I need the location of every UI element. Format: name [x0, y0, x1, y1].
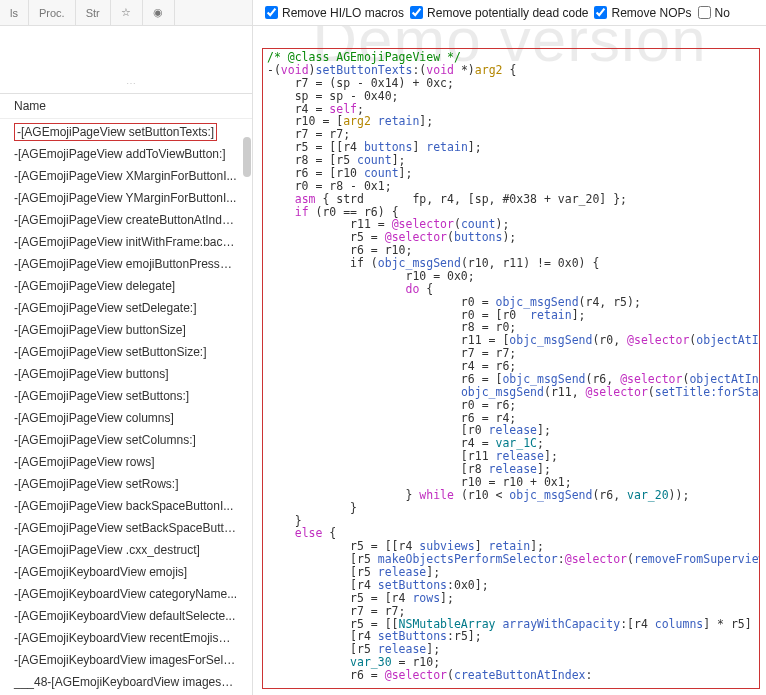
checkbox-dead-label: Remove potentially dead code [427, 6, 588, 20]
list-item[interactable]: -[AGEmojiPageView backSpaceButtonI... [0, 493, 252, 515]
checkbox-no-input[interactable] [698, 6, 711, 19]
list-item-label: -[AGEmojiPageView setButtons:] [14, 389, 189, 403]
list-item[interactable]: -[AGEmojiKeyboardView recentEmojisM... [0, 625, 252, 647]
list-item-label: -[AGEmojiPageView setBackSpaceButto... [14, 521, 241, 535]
pseudocode-box[interactable]: /* @class AGEmojiPageView */ -(void)setB… [262, 48, 760, 689]
tab-ls[interactable]: ls [0, 0, 29, 25]
options-bar: Remove HI/LO macros Remove potentially d… [253, 0, 766, 25]
list-item-label: -[AGEmojiPageView setButtonSize:] [14, 345, 207, 359]
list-item-label: -[AGEmojiKeyboardView categoryName... [14, 587, 237, 601]
list-item[interactable]: -[AGEmojiPageView setButtonSize:] [0, 339, 252, 361]
list-item-label: -[AGEmojiPageView delegate] [14, 279, 175, 293]
list-item[interactable]: -[AGEmojiKeyboardView categoryName... [0, 581, 252, 603]
list-item[interactable]: -[AGEmojiPageView YMarginForButtonI... [0, 185, 252, 207]
list-item-label: -[AGEmojiPageView columns] [14, 411, 174, 425]
checkbox-hilo-label: Remove HI/LO macros [282, 6, 404, 20]
list-item-label: -[AGEmojiKeyboardView emojis] [14, 565, 187, 579]
list-item-label: -[AGEmojiPageView setDelegate:] [14, 301, 197, 315]
list-item[interactable]: -[AGEmojiPageView XMarginForButtonI... [0, 163, 252, 185]
list-item[interactable]: -[AGEmojiPageView rows] [0, 449, 252, 471]
procedure-list[interactable]: -[AGEmojiPageView setButtonTexts:]-[AGEm… [0, 119, 252, 695]
tab-sun[interactable]: ◉ [143, 0, 175, 25]
list-item[interactable]: ___48-[AGEmojiKeyboardView imagesFo... [0, 669, 252, 691]
list-item[interactable]: -[AGEmojiPageView columns] [0, 405, 252, 427]
sidebar-header[interactable]: Name [0, 94, 252, 119]
list-item[interactable]: -[AGEmojiPageView setDelegate:] [0, 295, 252, 317]
checkbox-hilo-input[interactable] [265, 6, 278, 19]
scrollbar-thumb[interactable] [243, 137, 251, 177]
star-icon: ☆ [121, 6, 131, 19]
list-item-label: -[AGEmojiPageView initWithFrame:back... [14, 235, 239, 249]
pseudocode[interactable]: /* @class AGEmojiPageView */ -(void)setB… [263, 49, 759, 684]
checkbox-nops-input[interactable] [594, 6, 607, 19]
tab-str[interactable]: Str [76, 0, 111, 25]
list-item-label: -[AGEmojiKeyboardView recentEmojisM... [14, 631, 239, 645]
ellipsis-icon: ⋯ [126, 78, 136, 89]
list-item[interactable]: -[AGEmojiPageView setBackSpaceButto... [0, 515, 252, 537]
sidebar: ⋯ Name -[AGEmojiPageView setButtonTexts:… [0, 26, 253, 695]
list-item[interactable]: -[AGEmojiPageView setButtonTexts:] [0, 119, 252, 141]
list-item[interactable]: -[AGEmojiKeyboardView emojis] [0, 559, 252, 581]
list-item[interactable]: -[AGEmojiPageView initWithFrame:back... [0, 229, 252, 251]
list-item-label: -[AGEmojiKeyboardView imagesForSele... [14, 653, 240, 667]
tab-star[interactable]: ☆ [111, 0, 143, 25]
checkbox-no[interactable]: No [698, 6, 730, 20]
list-item-label: -[AGEmojiPageView buttonSize] [14, 323, 186, 337]
list-item-label: -[AGEmojiPageView emojiButtonPressed:] [14, 257, 240, 271]
list-item[interactable]: -[AGEmojiPageView .cxx_destruct] [0, 537, 252, 559]
list-item[interactable]: -[AGEmojiPageView emojiButtonPressed:] [0, 251, 252, 273]
list-item[interactable]: -[AGEmojiPageView setColumns:] [0, 427, 252, 449]
list-item[interactable]: -[AGEmojiPageView buttonSize] [0, 317, 252, 339]
list-item-label: -[AGEmojiPageView setRows:] [14, 477, 179, 491]
list-item-label: -[AGEmojiPageView YMarginForButtonI... [14, 191, 236, 205]
list-item[interactable]: -[AGEmojiPageView setButtons:] [0, 383, 252, 405]
list-item[interactable]: -[AGEmojiKeyboardView imagesForSele... [0, 647, 252, 669]
code-pane: Demo version /* @class AGEmojiPageView *… [253, 26, 766, 695]
checkbox-no-label: No [715, 6, 730, 20]
list-item-label: -[AGEmojiPageView setButtonTexts:] [14, 123, 217, 141]
tab-proc[interactable]: Proc. [29, 0, 76, 25]
checkbox-dead-input[interactable] [410, 6, 423, 19]
list-item[interactable]: -[AGEmojiPageView createButtonAtInde... [0, 207, 252, 229]
list-item[interactable]: -[AGEmojiPageView buttons] [0, 361, 252, 383]
list-item[interactable]: -[AGEmojiPageView setRows:] [0, 471, 252, 493]
list-item[interactable]: -[AGEmojiPageView addToViewButton:] [0, 141, 252, 163]
list-item-label: -[AGEmojiPageView buttons] [14, 367, 169, 381]
sun-icon: ◉ [153, 6, 163, 19]
list-item-label: -[AGEmojiPageView backSpaceButtonI... [14, 499, 233, 513]
list-item-label: -[AGEmojiPageView setColumns:] [14, 433, 196, 447]
list-item[interactable]: -[AGEmojiPageView delegate] [0, 273, 252, 295]
sidebar-spacer: ⋯ [0, 26, 252, 94]
list-item-label: -[AGEmojiPageView rows] [14, 455, 155, 469]
list-item-label: -[AGEmojiPageView addToViewButton:] [14, 147, 226, 161]
list-item-label: ___48-[AGEmojiKeyboardView imagesFo... [14, 675, 245, 689]
list-item[interactable]: -[AGEmojiKeyboardView defaultSelecte... [0, 603, 252, 625]
list-item-label: -[AGEmojiPageView .cxx_destruct] [14, 543, 200, 557]
left-toolbar: ls Proc. Str ☆ ◉ [0, 0, 253, 25]
checkbox-hilo[interactable]: Remove HI/LO macros [265, 6, 404, 20]
list-item-label: -[AGEmojiPageView XMarginForButtonI... [14, 169, 237, 183]
checkbox-nops[interactable]: Remove NOPs [594, 6, 691, 20]
checkbox-nops-label: Remove NOPs [611, 6, 691, 20]
list-item-label: -[AGEmojiKeyboardView defaultSelecte... [14, 609, 235, 623]
checkbox-dead[interactable]: Remove potentially dead code [410, 6, 588, 20]
list-item-label: -[AGEmojiPageView createButtonAtInde... [14, 213, 239, 227]
